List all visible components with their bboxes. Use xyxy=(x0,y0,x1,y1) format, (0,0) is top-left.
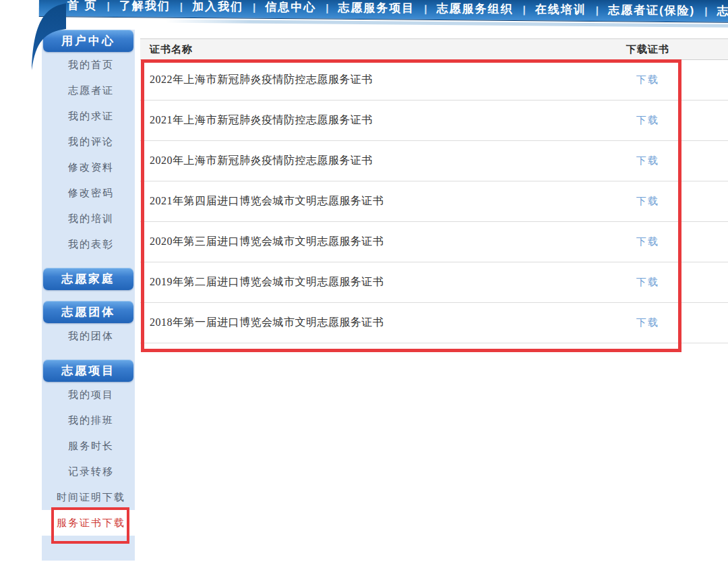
top-nav-ribbon: 首 页|了解我们|加入我们|信息中心|志愿服务项目|志愿服务组织|在线培训|志愿… xyxy=(39,0,728,28)
nav-separator: | xyxy=(253,1,255,12)
certificate-name: 2020年第三届进口博览会城市文明志愿服务证书 xyxy=(140,235,625,249)
nav-item-volunteer-service-orgs[interactable]: 志愿服务组织 xyxy=(437,1,514,17)
download-cell: 下载 xyxy=(625,316,671,329)
sidebar-item-my-schedule[interactable]: 我的排班 xyxy=(42,407,135,433)
download-cell: 下载 xyxy=(625,114,671,127)
table-row: 2021年上海市新冠肺炎疫情防控志愿服务证书下载 xyxy=(140,101,728,141)
download-link[interactable]: 下载 xyxy=(636,236,659,247)
sidebar-item-my-projects[interactable]: 我的项目 xyxy=(42,382,135,407)
nav-separator: | xyxy=(704,5,707,16)
sidebar-item-my-comments[interactable]: 我的评论 xyxy=(42,129,135,154)
sidebar-item-service-certificate-download[interactable]: 服务证书下载 xyxy=(42,510,135,536)
download-cell: 下载 xyxy=(625,74,671,86)
nav-item-volunteer-clipped[interactable]: 志愿 xyxy=(717,3,728,18)
sidebar-item-my-commendations[interactable]: 我的表彰 xyxy=(42,231,135,257)
nav-separator: | xyxy=(424,2,427,13)
nav-item-about-us[interactable]: 了解我们 xyxy=(119,0,171,13)
certificate-name: 2021年第四届进口博览会城市文明志愿服务证书 xyxy=(140,194,625,208)
nav-item-volunteer-card-insurance[interactable]: 志愿者证(保险) xyxy=(608,2,696,18)
sidebar-header-volunteer-group[interactable]: 志愿团体 xyxy=(43,301,133,323)
certificate-name: 2019年第二届进口博览会城市文明志愿服务证书 xyxy=(140,275,625,289)
nav-separator: | xyxy=(107,0,110,11)
certificate-name: 2022年上海市新冠肺炎疫情防控志愿服务证书 xyxy=(140,73,625,87)
nav-separator: | xyxy=(326,1,328,13)
nav-item-volunteer-service-projects[interactable]: 志愿服务项目 xyxy=(338,0,415,16)
download-link[interactable]: 下载 xyxy=(636,115,659,125)
certificate-table-body: 2022年上海市新冠肺炎疫情防控志愿服务证书下载2021年上海市新冠肺炎疫情防控… xyxy=(140,60,728,343)
download-cell: 下载 xyxy=(625,276,671,289)
table-row: 2020年上海市新冠肺炎疫情防控志愿服务证书下载 xyxy=(140,141,728,181)
sidebar-item-my-verification[interactable]: 我的求证 xyxy=(42,103,135,129)
nav-separator: | xyxy=(596,4,599,16)
sidebar-item-change-password[interactable]: 修改密码 xyxy=(42,180,135,206)
download-link[interactable]: 下载 xyxy=(636,277,659,287)
download-link[interactable]: 下载 xyxy=(636,317,659,328)
table-row: 2022年上海市新冠肺炎疫情防控志愿服务证书下载 xyxy=(140,60,728,101)
download-link[interactable]: 下载 xyxy=(636,155,659,166)
sidebar-item-volunteer-card[interactable]: 志愿者证 xyxy=(42,78,135,103)
sidebar-item-service-hours[interactable]: 服务时长 xyxy=(42,433,135,459)
sidebar: 用户中心我的首页志愿者证我的求证我的评论修改资料修改密码我的培训我的表彰志愿家庭… xyxy=(42,30,135,561)
nav-item-join-us[interactable]: 加入我们 xyxy=(192,0,243,14)
table-header-row: 证书名称 下载证书 xyxy=(140,38,728,60)
certificate-name: 2020年上海市新冠肺炎疫情防控志愿服务证书 xyxy=(140,154,625,168)
sidebar-header-volunteer-family[interactable]: 志愿家庭 xyxy=(43,268,133,290)
column-header-download-certificate: 下载证书 xyxy=(625,43,671,56)
download-link[interactable]: 下载 xyxy=(636,74,659,85)
sidebar-item-edit-profile[interactable]: 修改资料 xyxy=(42,154,135,180)
nav-item-home[interactable]: 首 页 xyxy=(67,0,98,13)
download-cell: 下载 xyxy=(625,195,671,208)
sidebar-header-volunteer-project[interactable]: 志愿项目 xyxy=(43,360,133,382)
column-header-certificate-name: 证书名称 xyxy=(140,43,625,56)
download-link[interactable]: 下载 xyxy=(636,196,659,206)
certificate-name: 2018年第一届进口博览会城市文明志愿服务证书 xyxy=(140,316,625,330)
sidebar-item-record-transfer[interactable]: 记录转移 xyxy=(42,459,135,484)
nav-item-online-training[interactable]: 在线培训 xyxy=(535,1,586,18)
nav-separator: | xyxy=(523,3,526,15)
table-row: 2018年第一届进口博览会城市文明志愿服务证书下载 xyxy=(140,303,728,343)
page: { "nav": { "separator": "|", "items": [ … xyxy=(0,0,728,568)
download-cell: 下载 xyxy=(625,235,671,248)
download-cell: 下载 xyxy=(625,154,671,167)
nav-swoosh-tail-icon xyxy=(27,3,67,72)
certificate-panel: 证书名称 下载证书 2022年上海市新冠肺炎疫情防控志愿服务证书下载2021年上… xyxy=(140,38,728,343)
nav-item-info-center[interactable]: 信息中心 xyxy=(265,0,316,15)
sidebar-item-time-certificate-download[interactable]: 时间证明下载 xyxy=(42,484,135,510)
table-row: 2020年第三届进口博览会城市文明志愿服务证书下载 xyxy=(140,222,728,262)
nav-separator: | xyxy=(180,0,183,11)
table-row: 2021年第四届进口博览会城市文明志愿服务证书下载 xyxy=(140,181,728,222)
sidebar-item-my-group[interactable]: 我的团体 xyxy=(42,323,135,349)
sidebar-item-my-training[interactable]: 我的培训 xyxy=(42,206,135,231)
table-row: 2019年第二届进口博览会城市文明志愿服务证书下载 xyxy=(140,262,728,303)
certificate-name: 2021年上海市新冠肺炎疫情防控志愿服务证书 xyxy=(140,113,625,127)
